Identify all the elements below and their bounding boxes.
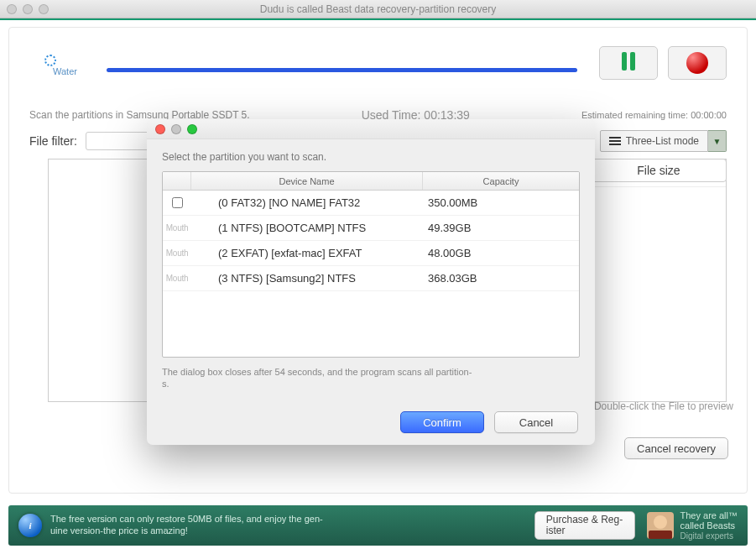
column-capacity[interactable]: Capacity [423,172,579,190]
brand-line-1: They are all™ [680,510,738,521]
partition-select-dialog: Select the partition you want to scan. D… [147,119,595,445]
row-marker[interactable]: Mouth [163,248,191,258]
row-checkbox[interactable] [163,197,191,208]
column-file-size[interactable]: File size [591,159,727,182]
remaining-time: Estimated remaining time: 00:00:00 [581,110,727,120]
promo-text: The free version can only restore 50MB o… [50,514,336,537]
file-filter-label: File filter: [29,134,77,148]
spinner-icon [44,55,56,66]
view-mode-selector[interactable]: Three-List mode ▼ [600,130,727,152]
capacity-cell: 49.39GB [423,222,579,234]
table-header: Device Name Capacity [163,172,579,191]
stop-button[interactable] [668,46,727,80]
list-lines-icon [609,137,621,145]
device-name-cell: (1 NTFS) [BOOTCAMP] NTFS [191,222,423,234]
main-panel: Water Scan the partitions in Samsung Por… [0,18,756,554]
app-window: Dudu is called Beast data recovery-parti… [0,0,756,554]
progress-label: Water [53,66,77,76]
table-row[interactable]: Mouth(2 EXFAT) [exfat-mac] EXFAT48.00GB [163,241,579,266]
row-marker[interactable]: Mouth [163,274,191,283]
minimize-icon [171,124,181,134]
scan-progress-bar [107,68,577,72]
capacity-cell: 48.00GB [423,247,579,259]
preview-hint: Double-click the File to preview [594,400,733,412]
main-titlebar: Dudu is called Beast data recovery-parti… [0,0,756,18]
dialog-prompt: Select the partition you want to scan. [162,151,580,163]
view-mode-label: Three-List mode [626,135,699,147]
capacity-cell: 350.00MB [423,196,579,209]
file-preview-area [592,186,726,401]
brand-line-2: called Beasts [680,520,738,531]
purchase-register-button[interactable]: Purchase & Reg- ister [534,511,635,540]
table-row[interactable]: Mouth(3 NTFS) [Samsung2] NTFS368.03GB [163,266,579,291]
info-icon: i [18,514,42,537]
device-name-cell: (3 NTFS) [Samsung2] NTFS [191,272,423,285]
capacity-cell: 368.03GB [423,272,579,285]
window-title: Dudu is called Beast data recovery-parti… [0,3,756,15]
table-row[interactable]: Mouth(1 NTFS) [BOOTCAMP] NTFS49.39GB [163,216,579,241]
file-detail-pane: File size [592,159,726,401]
partition-table: Device Name Capacity (0 FAT32) [NO NAME]… [162,171,580,358]
pause-button[interactable] [599,46,658,80]
brand-avatar-icon [647,512,674,539]
row-marker[interactable]: Mouth [163,223,191,233]
chevron-down-icon[interactable]: ▼ [708,130,727,152]
pause-icon [622,52,635,74]
close-icon[interactable] [155,124,165,134]
device-name-cell: (0 FAT32) [NO NAME] FAT32 [191,196,423,209]
dialog-titlebar[interactable] [147,119,595,139]
confirm-button[interactable]: Confirm [400,411,484,433]
brand-line-3: Digital experts [680,531,738,541]
table-row[interactable]: (0 FAT32) [NO NAME] FAT32350.00MB [163,191,579,216]
progress-row [9,28,747,80]
partition-checkbox[interactable] [172,197,183,208]
brand-block: They are all™ called Beasts Digital expe… [647,510,738,541]
cancel-button[interactable]: Cancel [494,411,578,433]
zoom-icon[interactable] [187,124,197,134]
stop-icon [686,52,708,74]
cancel-recovery-button[interactable]: Cancel recovery [624,437,728,459]
column-checkbox [163,172,191,190]
column-device-name[interactable]: Device Name [191,172,423,190]
bottom-bar: i The free version can only restore 50MB… [8,505,748,546]
device-name-cell: (2 EXFAT) [exfat-mac] EXFAT [191,247,423,259]
countdown-text: The dialog box closes after 54 seconds, … [162,366,472,390]
